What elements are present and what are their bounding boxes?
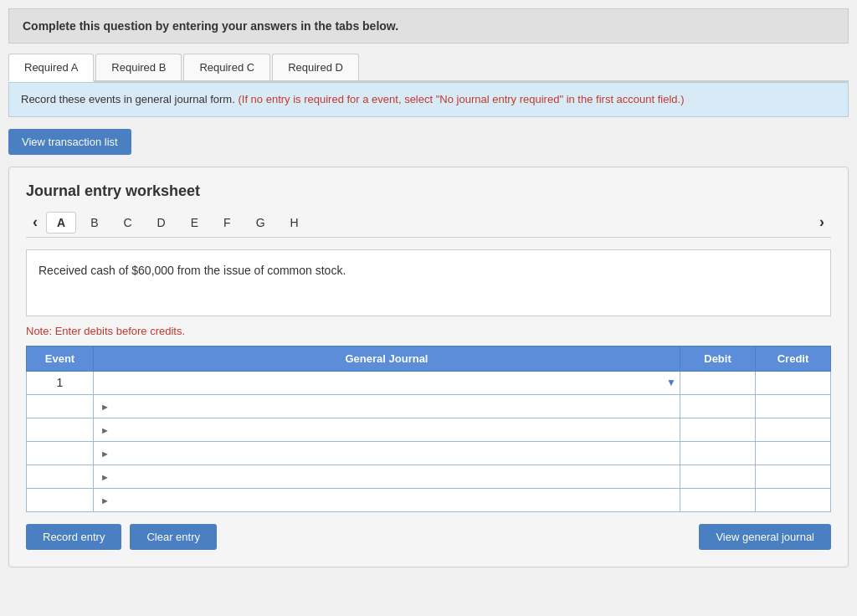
info-text-highlight: (If no entry is required for a event, se… (238, 93, 684, 105)
worksheet-title: Journal entry worksheet (26, 182, 831, 200)
nav-prev-arrow[interactable]: ‹ (26, 212, 44, 233)
cell-event-2 (27, 394, 94, 418)
cell-debit-6[interactable] (680, 488, 756, 511)
cell-journal-4[interactable]: ► (94, 441, 680, 465)
view-transactions-button[interactable]: View transaction list (8, 129, 131, 155)
cell-event-3 (27, 418, 94, 441)
indent-arrow-icon: ► (100, 402, 110, 412)
cell-debit-4[interactable] (680, 441, 756, 465)
col-header-credit: Credit (756, 346, 831, 371)
tab-required-a[interactable]: Required A (8, 54, 94, 82)
cell-credit-1[interactable] (756, 371, 831, 394)
table-row: ► (27, 441, 831, 465)
instruction-banner: Complete this question by entering your … (8, 8, 849, 44)
indent-arrow-icon: ► (100, 472, 110, 482)
col-header-event: Event (27, 346, 94, 371)
cell-debit-5[interactable] (680, 465, 756, 488)
info-text-before: Record these events in general journal f… (21, 93, 235, 105)
cell-event-6 (27, 488, 94, 511)
table-row: 1 ▼ (27, 371, 831, 394)
instruction-text: Complete this question by entering your … (23, 19, 398, 33)
cell-credit-3[interactable] (756, 418, 831, 441)
indent-arrow-icon: ► (100, 495, 110, 506)
note-text: Note: Enter debits before credits. (26, 325, 831, 337)
nav-tab-c[interactable]: C (112, 212, 142, 234)
table-row: ► (27, 488, 831, 511)
cell-journal-1[interactable]: ▼ (94, 371, 680, 394)
bottom-buttons: Record entry Clear entry View general jo… (26, 524, 831, 550)
nav-tab-f[interactable]: F (213, 212, 242, 234)
nav-tab-e[interactable]: E (180, 212, 209, 234)
table-row: ► (27, 394, 831, 418)
nav-next-arrow[interactable]: › (813, 212, 831, 233)
cell-event-4 (27, 441, 94, 465)
journal-entry-worksheet: Journal entry worksheet ‹ A B C D E F G … (8, 167, 849, 567)
view-general-journal-button[interactable]: View general journal (699, 524, 831, 550)
tab-required-c[interactable]: Required C (183, 54, 270, 80)
cell-credit-5[interactable] (756, 465, 831, 488)
cell-event-1: 1 (27, 371, 94, 394)
event-description: Received cash of $60,000 from the issue … (26, 249, 831, 316)
table-row: ► (27, 418, 831, 441)
cell-journal-3[interactable]: ► (94, 418, 680, 441)
table-row: ► (27, 465, 831, 488)
cell-debit-2[interactable] (680, 394, 756, 418)
cell-credit-6[interactable] (756, 488, 831, 511)
cell-credit-2[interactable] (756, 394, 831, 418)
worksheet-nav-tabs: ‹ A B C D E F G H › (26, 212, 831, 238)
col-header-general-journal: General Journal (94, 346, 680, 371)
required-tabs: Required A Required B Required C Require… (8, 54, 849, 82)
info-box: Record these events in general journal f… (8, 82, 849, 117)
nav-tab-a[interactable]: A (46, 212, 76, 234)
dropdown-arrow-icon[interactable]: ▼ (666, 377, 676, 388)
indent-arrow-icon: ► (100, 425, 110, 435)
cell-journal-5[interactable]: ► (94, 465, 680, 488)
cell-debit-3[interactable] (680, 418, 756, 441)
indent-arrow-icon: ► (100, 449, 110, 459)
nav-tab-h[interactable]: H (280, 212, 310, 234)
cell-journal-6[interactable]: ► (94, 488, 680, 511)
record-entry-button[interactable]: Record entry (26, 524, 121, 550)
clear-entry-button[interactable]: Clear entry (130, 524, 217, 550)
col-header-debit: Debit (680, 346, 756, 371)
tab-required-b[interactable]: Required B (95, 54, 182, 80)
nav-tab-b[interactable]: B (80, 212, 109, 234)
cell-debit-1[interactable] (680, 371, 756, 394)
cell-credit-4[interactable] (756, 441, 831, 465)
cell-event-5 (27, 465, 94, 488)
tab-required-d[interactable]: Required D (272, 54, 359, 80)
journal-table: Event General Journal Debit Credit 1 ▼ (26, 346, 831, 512)
cell-journal-2[interactable]: ► (94, 394, 680, 418)
nav-tab-g[interactable]: G (245, 212, 276, 234)
nav-tab-d[interactable]: D (146, 212, 177, 234)
